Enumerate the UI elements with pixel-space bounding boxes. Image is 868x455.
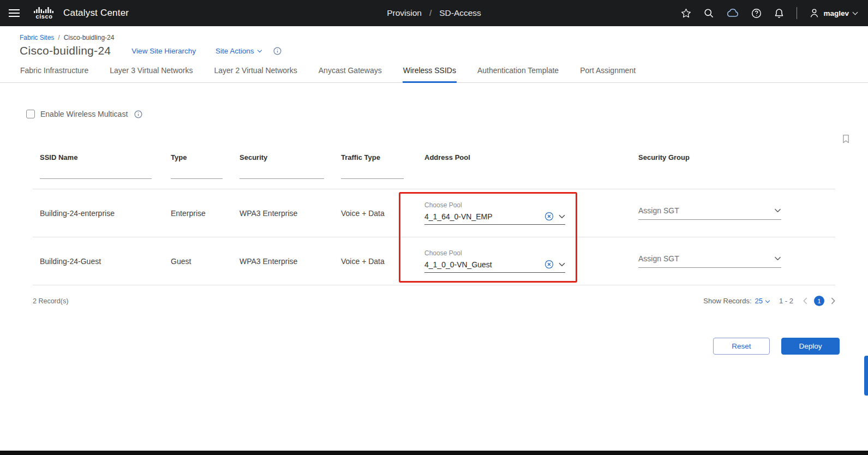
chevron-down-icon [774,208,781,213]
pagination: 1 [803,296,835,306]
ssid-table: SSID Name Type Security Traffic Type Add… [33,153,835,306]
deploy-button[interactable]: Deploy [781,338,840,355]
menu-icon[interactable] [9,6,23,20]
tab-bar: Fabric Infrastructure Layer 3 Virtual Ne… [0,64,868,83]
cisco-logo-icon [34,7,55,13]
page-title: Cisco-buidling-24 [20,44,111,57]
search-icon[interactable] [704,8,714,18]
page-actions: Reset Deploy [0,338,840,355]
topbar-divider [797,7,797,19]
star-icon[interactable] [681,8,691,18]
filter-security-input[interactable] [240,171,324,179]
product-title: Catalyst Center [63,8,129,19]
header-traffic-type: Traffic Type [341,153,424,161]
page-header: Cisco-buidling-24 View Site Hierarchy Si… [0,44,868,57]
user-menu[interactable]: maglev [810,8,857,18]
filter-traffic-type-input[interactable] [341,171,404,179]
show-records-label: Show Records: [703,297,751,305]
info-icon[interactable] [273,47,282,55]
header-ssid-name: SSID Name [40,153,171,161]
pagination-page-current[interactable]: 1 [814,296,824,306]
pool-selected-value: 4_1_64_0-VN_EMP [424,212,544,221]
table-row: Building-24-enterprise Enterprise WPA3 E… [33,189,835,237]
view-site-hierarchy-link[interactable]: View Site Hierarchy [131,47,196,55]
cisco-logo: cisco [34,7,55,20]
multicast-control: Enable Wireless Multicast [26,110,868,118]
address-pool-dropdown[interactable]: Choose Pool 4_1_0_0-VN_Guest [424,249,565,273]
assign-sgt-dropdown[interactable]: Assign SGT [638,206,781,220]
window-bottom-edge [0,451,868,455]
traffic-type-cell: Voice + Data [341,257,424,266]
nav-provision[interactable]: Provision [387,8,422,18]
pool-selected-value: 4_1_0_0-VN_Guest [424,260,544,269]
ssid-name-cell: Building-24-enterprise [40,209,171,218]
breadcrumb: Fabric Sites / Cisco-buidling-24 [0,26,868,41]
header-security: Security [240,153,341,161]
sgt-placeholder: Assign SGT [638,206,774,215]
tab-layer-2-virtual-networks[interactable]: Layer 2 Virtual Networks [214,64,298,83]
table-footer: 2 Record(s) Show Records: 25 1 - 2 1 [33,285,835,306]
type-cell: Enterprise [171,209,240,218]
address-pool-dropdown[interactable]: Choose Pool 4_1_64_0-VN_EMP [424,201,565,225]
site-actions-label: Site Actions [215,47,254,55]
table-header-row: SSID Name Type Security Traffic Type Add… [33,153,835,161]
user-icon [810,8,819,18]
reset-button[interactable]: Reset [713,338,770,355]
bookmark-icon[interactable] [842,134,849,146]
nav-sd-access[interactable]: SD-Access [439,8,481,18]
tab-fabric-infrastructure[interactable]: Fabric Infrastructure [20,64,89,83]
top-app-bar: cisco Catalyst Center Provision / SD-Acc… [0,0,868,26]
chevron-down-icon [853,9,858,15]
chevron-down-icon[interactable] [559,262,565,267]
chevron-down-icon[interactable] [559,214,565,219]
filter-ssid-name-input[interactable] [40,171,152,179]
topbar-actions: maglev [681,7,857,19]
table-filter-row [33,171,835,179]
filter-type-input[interactable] [171,171,223,179]
sgt-placeholder: Assign SGT [638,254,774,263]
header-security-group: Security Group [638,153,835,161]
tab-wireless-ssids[interactable]: Wireless SSIDs [403,64,457,83]
show-records-value[interactable]: 25 [755,297,763,305]
pagination-next-icon[interactable] [831,297,835,304]
show-records-control: Show Records: 25 [703,297,769,305]
help-icon[interactable] [751,8,762,19]
username: maglev [823,9,849,17]
security-cell: WPA3 Enterprise [240,209,341,218]
tab-anycast-gateways[interactable]: Anycast Gateways [318,64,382,83]
enable-wireless-multicast-checkbox[interactable] [26,110,35,118]
site-actions-menu[interactable]: Site Actions [215,47,262,55]
info-icon[interactable] [134,110,142,118]
pagination-prev-icon[interactable] [803,297,807,304]
top-nav-breadcrumb: Provision / SD-Access [387,8,481,18]
breadcrumb-current: Cisco-buidling-24 [64,34,115,41]
ssid-name-cell: Building-24-Guest [40,257,171,266]
clear-icon[interactable] [544,212,554,221]
chevron-down-icon [258,48,262,52]
assign-sgt-dropdown[interactable]: Assign SGT [638,254,781,268]
type-cell: Guest [171,257,240,266]
table-row: Building-24-Guest Guest WPA3 Enterprise … [33,237,835,285]
pool-field-label: Choose Pool [424,201,565,209]
tab-layer-3-virtual-networks[interactable]: Layer 3 Virtual Networks [109,64,193,83]
chevron-down-icon [774,256,781,261]
clear-icon[interactable] [544,260,554,269]
side-panel-tab[interactable] [864,356,868,396]
breadcrumb-separator: / [58,34,59,41]
multicast-label: Enable Wireless Multicast [40,110,128,118]
tab-port-assignment[interactable]: Port Assignment [579,64,636,83]
traffic-type-cell: Voice + Data [341,209,424,218]
nav-separator: / [429,8,432,18]
tab-authentication-template[interactable]: Authentication Template [477,64,559,83]
bell-icon[interactable] [774,8,784,19]
cloud-icon[interactable] [726,9,739,17]
security-cell: WPA3 Enterprise [240,257,341,266]
chevron-down-icon[interactable] [765,298,770,302]
record-count: 2 Record(s) [33,297,68,305]
cisco-wordmark: cisco [35,14,52,20]
table-body: Building-24-enterprise Enterprise WPA3 E… [33,189,835,285]
pagination-range: 1 - 2 [779,297,793,305]
header-address-pool: Address Pool [424,153,638,161]
pool-field-label: Choose Pool [424,249,565,257]
breadcrumb-fabric-sites[interactable]: Fabric Sites [20,34,54,41]
